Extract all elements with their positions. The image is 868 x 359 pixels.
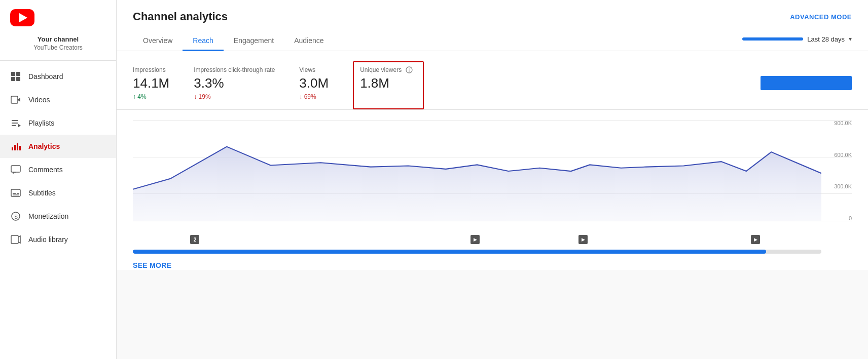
sidebar-item-playlists[interactable]: Playlists [0,111,116,135]
chevron-down-icon: ▾ [849,35,852,43]
date-range-selector[interactable]: Last 28 days ▾ [742,35,852,43]
sidebar-item-comments[interactable]: Comments [0,158,116,181]
tab-overview[interactable]: Overview [133,31,183,51]
svg-rect-14 [11,166,20,172]
title-row: Channel analytics ADVANCED MODE [133,10,852,23]
metric-unique-viewers[interactable]: Unique viewers i 1.8M [353,61,424,109]
metric-impressions-change: ↑ 4% [133,93,169,100]
svg-rect-13 [19,146,21,150]
main-content: Channel analytics ADVANCED MODE Overview… [117,0,868,359]
sidebar-item-label: Dashboard [28,72,63,81]
video-markers-row: 2 ▶ ▶ ▶ [133,231,852,245]
progress-bar-row [133,245,852,254]
sidebar-item-videos[interactable]: Videos [0,88,116,111]
y-label-300k: 300.0K [834,183,852,189]
subtitles-icon [10,187,21,198]
marker-play-1[interactable]: ▶ [471,235,480,244]
metrics-area: Impressions 14.1M ↑ 4% Impressions click… [117,51,868,110]
svg-rect-4 [11,96,18,103]
sidebar-divider [0,60,116,61]
tab-reach[interactable]: Reach [183,31,223,51]
metric-blue-bar [430,61,852,109]
sidebar-item-label: Subtitles [28,189,56,197]
svg-text:i: i [409,68,410,73]
metric-ctr[interactable]: Impressions click-through rate 3.3% ↓ 19… [194,61,287,109]
svg-text:$: $ [15,214,18,220]
marker-2[interactable]: 2 [190,235,199,244]
date-bar-indicator [742,37,803,41]
youtube-play-icon [19,13,27,22]
svg-marker-24 [133,147,821,221]
marker-play-2-icon: ▶ [578,235,588,244]
svg-rect-15 [11,189,20,196]
marker-play-2[interactable]: ▶ [578,235,588,244]
metric-unique-viewers-value: 1.8M [360,75,413,91]
marker-play-3-icon: ▶ [751,235,760,244]
metric-impressions-value: 14.1M [133,75,169,91]
metric-ctr-label: Impressions click-through rate [194,66,275,73]
chart-svg-area [133,120,821,221]
see-more-button[interactable]: SEE MORE [133,261,171,269]
marker-play-1-icon: ▶ [471,235,480,244]
sidebar-item-label: Playlists [28,119,54,127]
svg-rect-11 [14,145,16,150]
analytics-icon [10,141,21,152]
marker-2-label: 2 [190,235,199,244]
comments-icon [10,164,21,175]
sidebar-logo-area [0,0,116,31]
tab-audience[interactable]: Audience [284,31,334,51]
sidebar: Your channel YouTube Creators Dashboard … [0,0,117,359]
sidebar-item-label: Monetization [28,212,68,220]
videos-icon [10,94,21,105]
svg-rect-1 [16,72,20,76]
metric-impressions-label: Impressions [133,66,169,73]
metric-impressions[interactable]: Impressions 14.1M ↑ 4% [133,61,182,109]
see-more-row: SEE MORE [133,254,852,270]
sidebar-item-audio-library[interactable]: Audio library [0,228,116,251]
y-label-900k: 900.0K [834,120,852,126]
metric-views[interactable]: Views 3.0M ↓ 69% [299,61,341,109]
channel-name-label: Your channel [10,35,106,43]
sidebar-item-label: Videos [28,96,50,104]
main-header: Channel analytics ADVANCED MODE Overview… [117,0,868,51]
sidebar-item-analytics[interactable]: Analytics [0,135,116,158]
playlists-icon [10,117,21,129]
chart-container: 900.0K 600.0K 300.0K 0 2 ▶ ▶ ▶ [117,110,868,270]
metric-ctr-change: ↓ 19% [194,93,275,100]
tab-engagement[interactable]: Engagement [224,31,284,51]
svg-rect-3 [16,77,20,81]
y-label-0: 0 [849,215,852,221]
metric-ctr-value: 3.3% [194,75,275,91]
blue-bar-wide [761,76,852,90]
line-chart-svg [133,120,821,221]
sidebar-item-dashboard[interactable]: Dashboard [0,65,116,88]
svg-rect-12 [17,143,18,150]
metric-views-change: ↓ 69% [299,93,329,100]
channel-info: Your channel YouTube Creators [0,31,116,60]
sidebar-item-label: Comments [28,166,63,174]
metric-views-value: 3.0M [299,75,329,91]
svg-marker-9 [18,124,21,127]
advanced-mode-button[interactable]: ADVANCED MODE [790,13,852,21]
svg-rect-21 [11,235,18,244]
sidebar-item-label: Audio library [28,235,68,244]
tabs-row: Overview Reach Engagement Audience Last … [133,31,852,51]
channel-sub-label: YouTube Creators [10,44,106,51]
marker-play-3[interactable]: ▶ [751,235,760,244]
sidebar-item-subtitles[interactable]: Subtitles [0,181,116,205]
page-title: Channel analytics [133,10,228,23]
chart-wrap: 900.0K 600.0K 300.0K 0 [133,120,852,231]
monetization-icon: $ [10,211,21,222]
y-label-600k: 600.0K [834,152,852,158]
svg-rect-10 [12,147,13,150]
progress-bar[interactable] [133,250,821,254]
sidebar-item-label: Analytics [28,142,60,150]
metric-views-label: Views [299,66,329,73]
sidebar-item-monetization[interactable]: $ Monetization [0,205,116,228]
audio-icon [10,234,21,245]
chart-y-labels: 900.0K 600.0K 300.0K 0 [824,120,852,221]
dashboard-icon [10,71,21,82]
date-range-label: Last 28 days [807,35,845,43]
svg-rect-0 [11,72,15,76]
youtube-logo-icon [10,9,34,26]
